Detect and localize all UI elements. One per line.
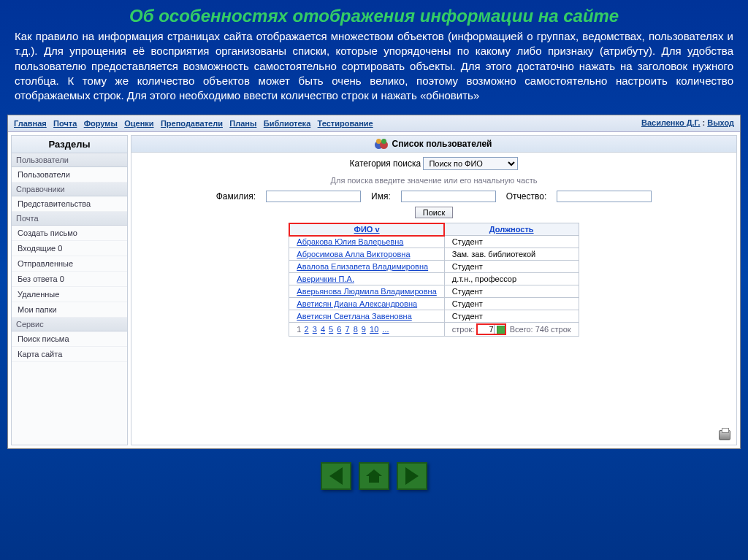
sidebar-item-search-mail[interactable]: Поиск письма — [12, 331, 127, 347]
pager-page[interactable]: 9 — [362, 325, 366, 334]
sidebar-item-folders[interactable]: Мои папки — [12, 302, 127, 318]
user-position: Студент — [444, 310, 579, 323]
top-nav-bar: Главная Почта Форумы Оценки Преподавател… — [8, 115, 740, 132]
pager-current: 1 — [297, 325, 301, 334]
surname-input[interactable] — [266, 191, 361, 202]
nav-forums[interactable]: Форумы — [84, 119, 118, 128]
sidebar-group-mail: Почта — [12, 212, 127, 226]
home-icon — [366, 469, 382, 483]
sidebar: Разделы Пользователи Пользователи Справо… — [11, 135, 128, 445]
nav-library[interactable]: Библиотека — [264, 119, 311, 128]
pager-page[interactable]: 8 — [354, 325, 358, 334]
top-nav-user: Василенко Д.Г. : Выход — [641, 118, 734, 129]
pager-page[interactable]: 10 — [370, 325, 378, 334]
table-row: Аверичкин П.А.д.т.н., профессор — [289, 273, 579, 285]
user-position: Студент — [444, 261, 579, 273]
user-link[interactable]: Аветисян Диана Александровна — [297, 299, 417, 308]
app-frame: Главная Почта Форумы Оценки Преподавател… — [7, 115, 741, 449]
user-link[interactable]: Абракова Юлия Валерьевна — [297, 237, 403, 246]
user-link[interactable]: Аверьянова Людмила Владимировна — [297, 287, 436, 296]
sidebar-item-users[interactable]: Пользователи — [12, 167, 127, 183]
user-link[interactable]: Аверичкин П.А. — [297, 275, 354, 283]
search-hint: Для поиска введите значение или его нача… — [131, 174, 736, 189]
slide-body-text: Как правило на информация страницах сайт… — [0, 29, 748, 110]
nav-mail[interactable]: Почта — [53, 119, 77, 128]
patronymic-label: Отчество: — [506, 191, 547, 202]
arrow-right-icon — [405, 467, 419, 485]
name-input[interactable] — [401, 191, 496, 202]
slide-nav — [0, 462, 748, 490]
pager-page[interactable]: 6 — [337, 325, 341, 334]
user-link[interactable]: Авалова Елизавета Владимировна — [297, 262, 428, 271]
sidebar-item-noanswer[interactable]: Без ответа 0 — [12, 272, 127, 287]
pager-page[interactable]: 3 — [313, 325, 317, 334]
rows-total: Всего: 746 строк — [510, 325, 571, 334]
sidebar-item-deleted[interactable]: Удаленные — [12, 287, 127, 302]
rows-label: строк: — [452, 325, 475, 334]
user-link[interactable]: Абросимова Алла Викторовна — [297, 250, 410, 258]
table-row: Аветисян Диана АлександровнаСтудент — [289, 298, 579, 310]
slide-title: Об особенностях отображения информации н… — [0, 0, 748, 29]
nav-testing[interactable]: Тестирование — [318, 119, 373, 128]
table-row: Абросимова Алла ВикторовнаЗам. зав. библ… — [289, 248, 579, 261]
user-position: Студент — [444, 236, 579, 248]
users-icon — [376, 139, 388, 149]
col-header-fio[interactable]: ФИО v — [354, 225, 380, 234]
sidebar-group-refs: Справочники — [12, 183, 127, 196]
nav-grades[interactable]: Оценки — [124, 119, 153, 128]
main-title-bar: Список пользователей — [131, 136, 736, 153]
home-slide-button[interactable] — [359, 462, 389, 490]
fields-row: Фамилия: Имя: Отчество: — [131, 189, 736, 207]
rows-input[interactable] — [477, 324, 495, 334]
user-position: Студент — [444, 298, 579, 310]
sidebar-group-service: Сервис — [12, 318, 127, 331]
arrow-left-icon — [329, 467, 343, 485]
refresh-icon[interactable] — [497, 326, 505, 334]
name-label: Имя: — [371, 191, 391, 202]
print-icon[interactable] — [719, 430, 730, 440]
pager-more[interactable]: ... — [382, 325, 389, 334]
surname-label: Фамилия: — [216, 191, 256, 202]
sidebar-title: Разделы — [12, 136, 127, 153]
pager-page[interactable]: 2 — [305, 325, 309, 334]
search-button[interactable]: Поиск — [415, 207, 453, 218]
users-table: ФИО v Должность Абракова Юлия Валерьевна… — [289, 223, 579, 337]
category-row: Категория поиска Поиск по ФИО — [131, 153, 736, 174]
user-link[interactable]: Аветисян Светлана Завеновна — [297, 312, 411, 321]
sidebar-group-users: Пользователи — [12, 153, 127, 167]
next-slide-button[interactable] — [397, 462, 427, 490]
user-position: д.т.н., профессор — [444, 273, 579, 285]
sidebar-item-compose[interactable]: Создать письмо — [12, 226, 127, 241]
table-row: Аветисян Светлана ЗавеновнаСтудент — [289, 310, 579, 323]
table-row: Авалова Елизавета ВладимировнаСтудент — [289, 261, 579, 273]
prev-slide-button[interactable] — [321, 462, 351, 490]
category-select[interactable]: Поиск по ФИО — [423, 157, 518, 170]
sidebar-item-sitemap[interactable]: Карта сайта — [12, 347, 127, 362]
patronymic-input[interactable] — [557, 191, 652, 202]
user-link[interactable]: Василенко Д.Г. — [641, 118, 701, 127]
pager-page[interactable]: 5 — [329, 325, 333, 334]
sidebar-item-inbox[interactable]: Входящие 0 — [12, 241, 127, 256]
user-sep: : — [700, 118, 707, 127]
user-position: Зам. зав. библиотекой — [444, 248, 579, 261]
pager-page[interactable]: 7 — [345, 325, 349, 334]
top-nav-links: Главная Почта Форумы Оценки Преподавател… — [14, 118, 378, 129]
pager-page[interactable]: 4 — [321, 325, 325, 334]
table-row: Аверьянова Людмила ВладимировнаСтудент — [289, 285, 579, 298]
main-title-text: Список пользователей — [392, 139, 492, 149]
col-header-position[interactable]: Должность — [489, 225, 534, 234]
pager-row: 1 2 3 4 5 6 7 8 9 10 ... строк: — [289, 323, 579, 337]
nav-main[interactable]: Главная — [14, 119, 47, 128]
table-row: Абракова Юлия ВалерьевнаСтудент — [289, 236, 579, 248]
category-label: Категория поиска — [350, 158, 421, 169]
logout-link[interactable]: Выход — [707, 118, 734, 127]
sidebar-item-offices[interactable]: Представительства — [12, 196, 127, 212]
user-position: Студент — [444, 285, 579, 298]
main-panel: Список пользователей Категория поиска По… — [131, 135, 737, 445]
sidebar-item-sent[interactable]: Отправленные — [12, 256, 127, 272]
nav-teachers[interactable]: Преподаватели — [161, 119, 223, 128]
nav-plans[interactable]: Планы — [229, 119, 256, 128]
